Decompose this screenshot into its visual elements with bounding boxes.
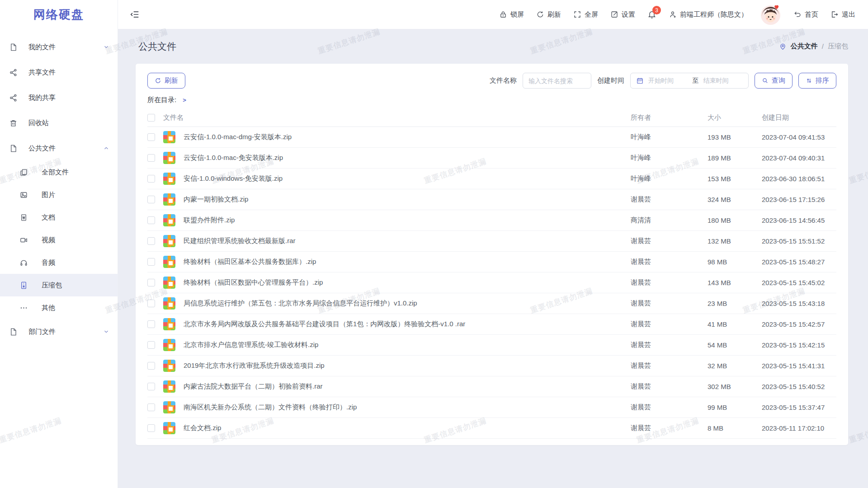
row-checkbox[interactable] — [147, 237, 155, 245]
row-checkbox[interactable] — [147, 341, 155, 349]
table-row[interactable]: 内蒙一期初验文档.zip 谢晨芸 324 MB 2023-06-15 17:15… — [147, 189, 836, 210]
sidebar-item-archives[interactable]: 压缩包 — [0, 274, 118, 296]
file-size: 8 MB — [708, 424, 754, 432]
sidebar-item-all-files[interactable]: 全部文件 — [0, 161, 118, 183]
file-name[interactable]: 联盟办件附件.zip — [184, 216, 623, 225]
row-checkbox[interactable] — [147, 154, 155, 162]
file-name[interactable]: 云安信-1.0.0-mac-dmg-安装版本.zip — [184, 133, 623, 141]
breadcrumb-root[interactable]: 公共文件 — [791, 42, 818, 51]
column-header-date[interactable]: 创建日期 — [762, 113, 836, 122]
directory-root-arrow[interactable]: > — [183, 97, 186, 103]
refresh-list-label: 刷新 — [165, 76, 178, 85]
table-row[interactable]: 南海区机关新办公系统（二期）文件资料（终验打印）.zip 谢晨芸 99 MB 2… — [147, 397, 836, 418]
row-checkbox[interactable] — [147, 320, 155, 328]
refresh-list-button[interactable]: 刷新 — [147, 73, 185, 89]
sidebar-item-label: 全部文件 — [42, 168, 109, 177]
file-name[interactable]: 红会文档.zip — [184, 424, 623, 432]
sidebar-collapse-icon[interactable] — [130, 9, 140, 19]
table-row[interactable]: 云安信-1.0.0-mac-免安装版本.zip 叶海峰 189 MB 2023-… — [147, 148, 836, 169]
file-created-date: 2023-05-15 15:40:52 — [762, 383, 836, 390]
table-row[interactable]: 安信-1.0.0-windows-免安装版.zip 叶海峰 153 MB 202… — [147, 169, 836, 189]
query-button[interactable]: 查询 — [755, 73, 793, 89]
sidebar-item-images[interactable]: 图片 — [0, 183, 118, 206]
trash-icon — [9, 119, 18, 127]
headphones-icon — [19, 258, 28, 267]
home-button[interactable]: 首页 — [793, 10, 818, 19]
row-checkbox[interactable] — [147, 383, 155, 390]
column-header-name[interactable]: 文件名 — [163, 113, 623, 122]
table-row[interactable]: 北京市排水户信息管理系统-竣工验收材料.zip 谢晨芸 54 MB 2023-0… — [147, 335, 836, 356]
table-row[interactable]: 红会文档.zip 谢晨芸 8 MB 2023-05-11 17:02:10 — [147, 418, 836, 439]
row-checkbox[interactable] — [147, 258, 155, 266]
file-name-search-input[interactable] — [523, 73, 591, 89]
sidebar-item-shared-files[interactable]: 共享文件 — [0, 60, 118, 85]
sidebar-item-department-files[interactable]: 部门文件 — [0, 319, 118, 344]
file-name[interactable]: 终验材料（福田区数据中心管理服务平台）.zip — [184, 278, 623, 287]
chevron-down-icon — [103, 328, 109, 335]
file-name[interactable]: 2019年北京市水行政审批系统升级改造项目.zip — [184, 361, 623, 370]
logout-button[interactable]: 退出 — [830, 10, 855, 19]
sidebar-item-my-shares[interactable]: 我的共享 — [0, 85, 118, 110]
table-row[interactable]: 2019年北京市水行政审批系统升级改造项目.zip 谢晨芸 32 MB 2023… — [147, 356, 836, 376]
table-row[interactable]: 局信息系统运行维护（第五包：北京市水务局综合信息平台运行维护）v1.0.zip … — [147, 293, 836, 314]
file-created-date: 2023-07-04 09:40:31 — [762, 154, 836, 162]
row-checkbox[interactable] — [147, 216, 155, 224]
ellipsis-icon — [19, 304, 28, 312]
sidebar-item-documents[interactable]: 文档 — [0, 206, 118, 229]
file-name[interactable]: 北京市水务局内网改版及公共服务基础平台建设项目（第1包：内网改版）终验验文档-v… — [184, 320, 623, 328]
file-name[interactable]: 南海区机关新办公系统（二期）文件资料（终验打印）.zip — [184, 403, 623, 412]
zip-archive-icon — [163, 422, 175, 434]
table-row[interactable]: 北京市水务局内网改版及公共服务基础平台建设项目（第1包：内网改版）终验验文档-v… — [147, 314, 836, 335]
sidebar-item-audio[interactable]: 音频 — [0, 251, 118, 274]
row-checkbox[interactable] — [147, 279, 155, 286]
table-row[interactable]: 终验材料（福田区数据中心管理服务平台）.zip 谢晨芸 143 MB 2023-… — [147, 272, 836, 293]
end-date-placeholder[interactable]: 结束时间 — [703, 77, 743, 85]
fullscreen-button[interactable]: 全屏 — [573, 10, 598, 19]
table-row[interactable]: 终验材料（福田区基本公共服务数据库）.zip 谢晨芸 98 MB 2023-05… — [147, 252, 836, 272]
user-menu[interactable]: 前端工程师（陈思文） — [669, 10, 748, 19]
lock-screen-label: 锁屏 — [510, 10, 524, 19]
table-row[interactable]: 云安信-1.0.0-mac-dmg-安装版本.zip 叶海峰 193 MB 20… — [147, 127, 836, 148]
row-checkbox[interactable] — [147, 175, 155, 183]
row-checkbox[interactable] — [147, 133, 155, 141]
table-row[interactable]: 内蒙古法院大数据平台（二期）初验前资料.rar 谢晨芸 302 MB 2023-… — [147, 376, 836, 397]
file-created-date: 2023-05-15 15:48:27 — [762, 258, 836, 266]
select-all-checkbox[interactable] — [147, 114, 155, 122]
file-name[interactable]: 内蒙古法院大数据平台（二期）初验前资料.rar — [184, 382, 623, 391]
sidebar-item-public-files[interactable]: 公共文件 — [0, 136, 118, 161]
file-name[interactable]: 北京市排水户信息管理系统-竣工验收材料.zip — [184, 341, 623, 349]
row-checkbox[interactable] — [147, 300, 155, 307]
file-size: 143 MB — [708, 279, 754, 286]
file-owner: 谢晨芸 — [631, 237, 699, 245]
table-row[interactable]: 联盟办件附件.zip 商清清 180 MB 2023-06-15 14:56:4… — [147, 210, 836, 231]
sidebar-item-others[interactable]: 其他 — [0, 296, 118, 319]
column-header-owner[interactable]: 所有者 — [631, 113, 699, 122]
zip-archive-icon — [163, 277, 175, 289]
table-row[interactable]: 民建组织管理系统验收文档最新版.rar 谢晨芸 132 MB 2023-05-1… — [147, 231, 836, 252]
sort-button[interactable]: 排序 — [798, 73, 836, 89]
file-name[interactable]: 民建组织管理系统验收文档最新版.rar — [184, 237, 623, 245]
settings-button[interactable]: 设置 — [610, 10, 635, 19]
lock-screen-button[interactable]: 锁屏 — [499, 10, 524, 19]
file-name[interactable]: 内蒙一期初验文档.zip — [184, 195, 623, 204]
file-name[interactable]: 安信-1.0.0-windows-免安装版.zip — [184, 174, 623, 183]
row-checkbox[interactable] — [147, 362, 155, 370]
file-name[interactable]: 云安信-1.0.0-mac-免安装版本.zip — [184, 154, 623, 162]
row-checkbox[interactable] — [147, 196, 155, 203]
date-range-picker[interactable]: 开始时间 至 结束时间 — [630, 73, 749, 89]
notifications-button[interactable]: 3 — [647, 10, 656, 19]
start-date-placeholder[interactable]: 开始时间 — [648, 77, 688, 85]
content-head: 公共文件 公共文件 / 压缩包 — [118, 29, 868, 64]
sidebar-item-label: 回收站 — [28, 119, 109, 127]
file-name[interactable]: 局信息系统运行维护（第五包：北京市水务局综合信息平台运行维护）v1.0.zip — [184, 299, 623, 308]
avatar[interactable] — [760, 4, 781, 25]
column-header-size[interactable]: 大小 — [708, 113, 754, 122]
sidebar-item-recycle-bin[interactable]: 回收站 — [0, 110, 118, 136]
row-checkbox[interactable] — [147, 424, 155, 432]
refresh-button[interactable]: 刷新 — [536, 10, 561, 19]
sidebar-item-videos[interactable]: 视频 — [0, 229, 118, 251]
row-checkbox[interactable] — [147, 404, 155, 411]
file-created-date: 2023-06-15 17:15:26 — [762, 196, 836, 203]
file-name[interactable]: 终验材料（福田区基本公共服务数据库）.zip — [184, 258, 623, 266]
sidebar-item-my-files[interactable]: 我的文件 — [0, 34, 118, 60]
